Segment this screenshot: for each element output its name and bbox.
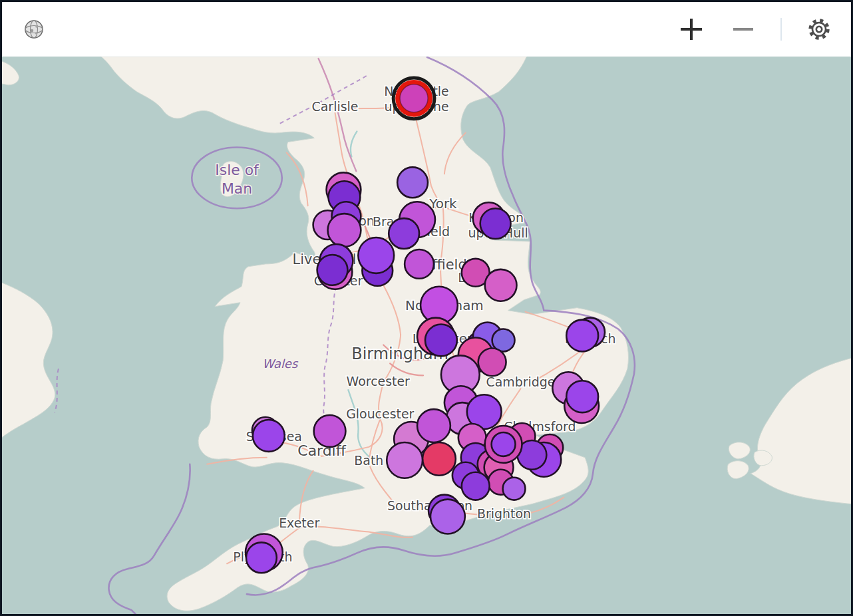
city-marker[interactable] [462,472,490,500]
city-marker[interactable] [503,478,526,500]
city-label: Exeter [279,516,319,530]
city-marker[interactable] [480,208,511,239]
toolbar [2,2,851,57]
city-label: Gloucester [346,406,414,421]
city-marker[interactable] [328,214,361,247]
selected-city-marker[interactable] [400,84,428,112]
city-marker[interactable] [358,237,394,273]
city-marker[interactable] [430,500,465,534]
city-marker[interactable] [397,167,428,198]
city-marker[interactable] [317,255,348,285]
city-marker[interactable] [405,249,434,279]
settings-gear-icon[interactable] [804,15,834,44]
zoom-out-button[interactable] [729,15,758,44]
city-label: York [428,196,457,212]
city-marker[interactable] [253,420,285,452]
city-marker[interactable] [492,432,516,456]
city-marker[interactable] [423,442,456,476]
city-marker[interactable] [485,269,517,301]
city-marker[interactable] [389,218,419,249]
city-label: Worcester [347,374,411,388]
city-marker[interactable] [246,542,277,573]
city-label: Cambridge [486,375,556,389]
city-marker[interactable] [566,320,598,352]
city-marker[interactable] [417,409,450,442]
region-label: Isle of [215,162,259,178]
zoom-in-button[interactable] [677,15,706,44]
city-marker[interactable] [478,348,506,376]
city-label: Bath [354,453,383,468]
city-label: Carlisle [312,99,359,114]
globe-logo-icon[interactable] [19,15,49,44]
app-window: { "window": { "border_color": "#0e1621",… [0,0,853,616]
dutch-island-3 [754,450,772,466]
map-canvas[interactable]: CarlisleNewcastleupon TyneYorkPrestonBra… [2,57,851,614]
city-marker[interactable] [425,325,457,357]
region-label: Wales [262,357,299,371]
toolbar-divider [780,18,782,41]
city-label: Brighton [477,506,531,521]
city-marker[interactable] [566,381,598,412]
city-marker[interactable] [387,442,423,478]
city-marker[interactable] [314,415,346,447]
region-label: Man [222,180,252,197]
